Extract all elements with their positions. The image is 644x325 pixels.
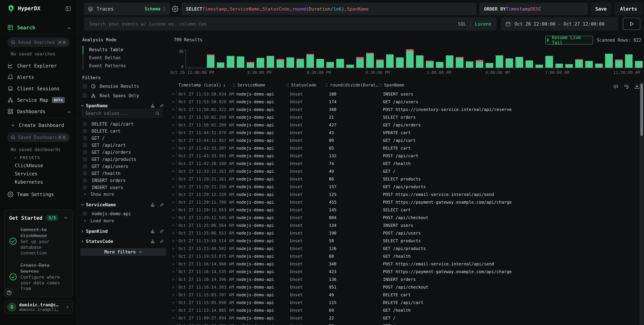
wrap-lines-icon[interactable] — [624, 83, 630, 90]
histogram-bar[interactable] — [575, 59, 583, 68]
table-row[interactable]: Oct 27 11:44:31.957 AMnodejs-demo-apiUns… — [170, 137, 639, 144]
row-expand-chevron-icon[interactable] — [171, 229, 175, 237]
saved-searches-search[interactable]: ⌘ K — [8, 38, 70, 47]
row-expand-chevron-icon[interactable] — [171, 90, 175, 98]
row-expand-chevron-icon[interactable] — [171, 314, 175, 322]
row-expand-chevron-icon[interactable] — [171, 245, 175, 252]
table-row[interactable]: Oct 27 11:29:21.161 AMnodejs-demo-apiUns… — [170, 175, 639, 183]
row-expand-chevron-icon[interactable] — [171, 283, 175, 291]
table-row[interactable]: Oct 27 11:42:33.307 AMnodejs-demo-apiUns… — [170, 144, 639, 152]
row-expand-chevron-icon[interactable] — [171, 306, 175, 314]
histogram-bar[interactable] — [466, 62, 473, 68]
histogram-bar[interactable] — [496, 55, 503, 68]
row-expand-chevron-icon[interactable] — [171, 260, 175, 268]
column-header-duration[interactable]: round(divide(Durat… — [325, 83, 378, 88]
histogram-bar[interactable] — [436, 62, 444, 68]
table-row[interactable]: Oct 27 11:16:14.383 AMnodejs-demo-apiUns… — [170, 283, 639, 291]
histogram-bar[interactable] — [416, 55, 424, 68]
table-row[interactable]: Oct 27 11:50:02.299 AMnodejs-demo-apiUns… — [170, 114, 639, 121]
row-expand-chevron-icon[interactable] — [171, 129, 175, 137]
source-settings-gear-icon[interactable] — [172, 6, 178, 12]
histogram-bar[interactable] — [476, 60, 483, 68]
sidebar-collapse-icon[interactable] — [65, 6, 71, 12]
checkbox[interactable] — [83, 212, 87, 216]
saved-dashboards-search[interactable]: ⌘ K — [8, 133, 70, 142]
filter-group-servicename[interactable]: ServiceName — [80, 202, 164, 207]
histogram-bar[interactable] — [336, 59, 344, 68]
table-row[interactable]: Oct 27 11:23:49.514 AMnodejs-demo-apiUns… — [170, 237, 639, 245]
column-chart-icon[interactable] — [150, 229, 155, 234]
histogram-bar[interactable] — [386, 54, 394, 68]
column-header-statuscode[interactable]: StatusCode — [286, 83, 316, 88]
row-expand-chevron-icon[interactable] — [171, 114, 175, 121]
column-header-timestamp[interactable]: Timestamp (Local)↓ — [178, 83, 226, 88]
sql-orderby-editor[interactable]: ORDER BY Timestamp DESC — [479, 3, 588, 15]
row-expand-chevron-icon[interactable] — [171, 121, 175, 129]
sidebar-item-dashboards[interactable]: Dashboards — [8, 108, 46, 115]
table-row[interactable]: Oct 27 11:25:06.564 AMnodejs-demo-apiUns… — [170, 222, 639, 229]
resume-live-tail-button[interactable]: Resume Live Tail — [545, 36, 593, 45]
sidebar-preset-item[interactable]: ClickHouse — [15, 161, 43, 170]
histogram-bar[interactable] — [316, 59, 324, 68]
histogram-bar[interactable] — [376, 60, 384, 68]
table-row[interactable]: Oct 27 11:15:03.707 AMnodejs-demo-apiUns… — [170, 291, 639, 299]
row-expand-chevron-icon[interactable] — [171, 191, 175, 198]
column-chart-icon[interactable] — [150, 103, 155, 108]
spanname-search-input[interactable] — [85, 111, 155, 116]
filter-value-row[interactable]: DELETE cart — [82, 128, 166, 135]
get-started-item[interactable]: Connect to ClickHouseSet up your databas… — [9, 227, 68, 256]
histogram-bar[interactable] — [286, 57, 294, 68]
sidebar-preset-item[interactable]: Services — [15, 170, 43, 178]
row-expand-chevron-icon[interactable] — [171, 183, 175, 191]
histogram-bar[interactable] — [237, 56, 244, 68]
row-expand-chevron-icon[interactable] — [171, 152, 175, 160]
analysis-mode-tab[interactable]: Event Patterns — [82, 62, 126, 70]
sql-select-editor[interactable]: SELECT Timestamp,ServiceName,StatusCode,… — [181, 3, 476, 15]
sidebar-item-chart-explorer[interactable]: Chart Explorer — [8, 63, 57, 69]
histogram-bar[interactable] — [326, 62, 334, 68]
checkbox[interactable] — [83, 150, 87, 154]
checkbox[interactable] — [83, 122, 87, 126]
histogram-bar[interactable] — [217, 63, 224, 68]
table-row[interactable]: Oct 27 11:09:37.094 AMnodejs-demo-apiUns… — [170, 314, 639, 322]
table-row[interactable]: Oct 27 11:15:03.698 AMnodejs-demo-apiUns… — [170, 299, 639, 306]
row-expand-chevron-icon[interactable] — [171, 214, 175, 222]
filter-value-row[interactable]: GET / — [82, 135, 166, 142]
table-row[interactable]: Oct 27 11:16:14.960 AMnodejs-demo-apiUns… — [170, 260, 639, 268]
save-button[interactable]: Save — [591, 3, 611, 15]
table-row[interactable]: Oct 27 11:50:02.289 AMnodejs-demo-apiUns… — [170, 121, 639, 129]
table-row[interactable]: Oct 27 11:42:20.180 AMnodejs-demo-apiUns… — [170, 160, 639, 168]
histogram-bar[interactable] — [565, 64, 573, 68]
servicename-load-more[interactable]: Load more — [83, 218, 114, 223]
histogram-bar[interactable] — [516, 57, 523, 68]
chevron-up-icon[interactable] — [67, 110, 72, 115]
table-row[interactable]: Oct 27 11:29:11.553 AMnodejs-demo-apiUns… — [170, 206, 639, 214]
pin-icon[interactable] — [160, 202, 164, 207]
create-dashboard-button[interactable]: Create Dashboard — [11, 123, 64, 128]
row-expand-chevron-icon[interactable] — [171, 106, 175, 114]
checkbox[interactable] — [83, 143, 87, 147]
checkbox[interactable] — [83, 178, 87, 182]
filter-value-row[interactable]: nodejs-demo-api — [82, 210, 166, 217]
help-button[interactable] — [4, 288, 14, 297]
sidebar-item-client-sessions[interactable]: Client Sessions — [8, 86, 60, 92]
histogram-bar[interactable] — [267, 56, 274, 68]
checkbox[interactable] — [83, 157, 87, 161]
row-expand-chevron-icon[interactable] — [171, 175, 175, 183]
histogram-bar[interactable] — [456, 57, 463, 68]
column-header-spanname[interactable]: SpanName — [379, 83, 404, 88]
filter-group-spanname[interactable]: SpanName — [80, 103, 164, 108]
checkbox[interactable] — [83, 129, 87, 133]
table-row[interactable]: Oct 27 11:13:14.885 AMnodejs-demo-apiUns… — [170, 306, 639, 314]
checkbox[interactable] — [82, 84, 87, 89]
alerts-button[interactable]: Alerts — [614, 3, 643, 15]
lang-sql-toggle[interactable]: SQL — [458, 21, 466, 27]
checkbox[interactable] — [82, 94, 87, 98]
saved-dashboards-input[interactable] — [18, 135, 57, 140]
row-expand-chevron-icon[interactable] — [171, 322, 175, 325]
histogram-bar[interactable] — [346, 65, 354, 68]
sidebar-item-search[interactable]: Search — [8, 25, 35, 31]
pin-icon[interactable] — [160, 229, 164, 234]
table-row[interactable]: Oct 27 11:29:12.159 AMnodejs-demo-apiUns… — [170, 191, 639, 198]
table-row[interactable]: Oct 27 11:29:11.700 AMnodejs-demo-apiUns… — [170, 198, 639, 206]
